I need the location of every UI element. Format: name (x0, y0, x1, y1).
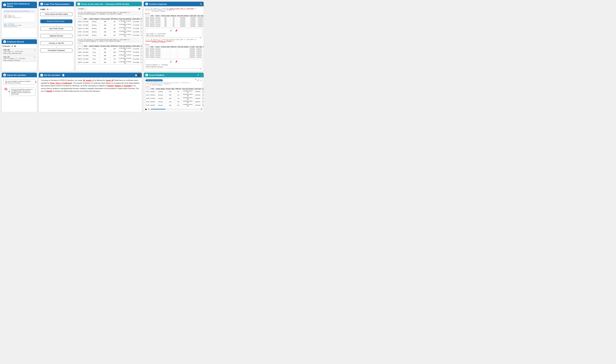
emphasis-list: Emphasis: 👁 ⚙ Cell1_Id0: Case_Type == 'C… (2, 44, 37, 64)
item-1-desc: Filter out data for Germany (3, 60, 35, 61)
flow-arrow-4: ↓ (40, 39, 72, 41)
bubble-1-text: The use of *head()* to preview our filte… (5, 81, 31, 84)
popup-2-actions: ✓ ✗ (146, 60, 201, 64)
download-button[interactable]: ⬇ (200, 108, 202, 110)
notebook-preview: File Edit View Insert Cell Kernel Help I… (3, 9, 36, 28)
hide-flow-icon[interactable]: 〜 (50, 8, 52, 11)
d-code-top: In [5]: df_results_1 = covid_df[(covid_d… (145, 8, 202, 12)
check-button-h[interactable]: ✓ (200, 79, 202, 81)
panel-c-header: c Focus on the code cell --- Germany COV… (76, 2, 142, 6)
doc-icon: 📄 (62, 74, 65, 76)
h-code: In [5]: df_results_1 = covid_df[(covid_d… (145, 82, 202, 86)
narration-link-3: *Case_Type == 'Confirmed'* (50, 82, 72, 84)
popup-1-actions: ✓ ✗ (146, 29, 201, 32)
table-row: 201923/8/2020GermanyNaN2413/24/2020 9:39… (78, 24, 142, 27)
flow-item-prep[interactable]: Presentation Preparation (40, 49, 72, 52)
bubble-1-arrow (35, 81, 37, 83)
d-code-bottom: In [5]: df_results_1 = covid_df[(covid_d… (145, 39, 202, 43)
cell2-out: Out[5]: (77, 42, 141, 45)
table-row: 201933/7/2020Germany3/23/2020Confirmed (145, 52, 204, 54)
item-0-desc: Filter out the confirmed cases (3, 52, 35, 54)
panel-h-title: Scene PlayBack (149, 74, 164, 76)
table-row: 201943/6/2020GermanyNaN1883/24/2020 9:39… (78, 30, 142, 34)
flow-item-italy[interactable]: Italy COVID-19 Data (40, 27, 72, 31)
cancel-x-1[interactable]: ✗ (175, 29, 178, 32)
flow-item-lib[interactable]: Library Imports and Data Loading (40, 12, 72, 16)
edit-icon-popup2[interactable]: ✏ (200, 68, 201, 70)
d-table-1: Date Countr... Province_State Difference… (145, 15, 204, 27)
emphasis-item-0: Cell1_Id0: Case_Type == 'Confirmed' Filt… (3, 48, 36, 55)
narration-link-1: *df_results_1* (83, 79, 94, 81)
table-row: 201953/5/2020GermanyNaN2203/24/2020...3/… (145, 25, 204, 27)
emphasis-title: Emphasis: 👁 ⚙ (3, 45, 36, 47)
confirm-check-2[interactable]: ✓ (170, 60, 172, 64)
panel-f-header: f Get the narration 📄 ▶⬛ (39, 73, 142, 78)
item-1-close[interactable]: ✗ (34, 56, 35, 58)
panel-c-body: Annotate ✏️ 👁 In [5]: df_results_1 = cov… (76, 6, 142, 66)
emphasis-popup-2: ✓ ✗ Country_Region == 'Germany' Filter o… (145, 59, 202, 69)
table-row: 201933/7/2020GermanyNaN1293/24/2020 9:39… (78, 27, 142, 30)
panel-d-body: In [5]: df_results_1 = covid_df[(covid_d… (144, 6, 204, 71)
panel-b: b Logic Flow Representation Logic: + 〜 L… (39, 1, 74, 71)
gear-icon-e[interactable]: ⚙ (14, 45, 16, 47)
import-line-1: import NotePlayer (4, 24, 35, 25)
close-button-h[interactable]: ✗ (197, 79, 199, 81)
eye-icon-e[interactable]: 👁 (12, 45, 13, 47)
panel-c-title: Focus on the code cell --- Germany COVID… (81, 3, 129, 5)
annotate-label: Annotate (78, 8, 84, 10)
panel-f-title: Get the narration (44, 74, 60, 76)
table-row: 201913/9/2020GermanyNaN1363/24/2020 9:39… (78, 20, 142, 24)
d-out-bottom: Out[5]: (145, 44, 202, 45)
panel-a: a Import into notebook as library File E… (1, 1, 37, 38)
playback-body: Filter out data for Germany 👁 ✗ ✓ In [5]… (144, 77, 204, 112)
table-row: 201923/8/2020GermanyNaN2413/24/2020...3/… (145, 19, 204, 21)
popup-1-code: Case_Type == 'Confirmed' (146, 33, 201, 35)
code-cell-2[interactable]: In [6]: df_results_2 = covid_df[(covid_d… (77, 39, 141, 65)
cancel-x-2[interactable]: ✗ (175, 60, 178, 64)
eye-icon-h[interactable]: 👁 (195, 79, 196, 81)
table-row: 289783/6/2020ItalyNaN7783/24/2020 9:39:0… (78, 57, 142, 61)
confirm-check-1[interactable]: ✓ (170, 29, 172, 32)
import-line-3: %load_ext autoreload (4, 26, 35, 27)
table-row: 201913/9/2020GermanyNaN1363/24/2020 9:39… (145, 90, 204, 93)
panel-d: d Conduct emphasis ✏️ In [5]: df_results… (144, 1, 204, 71)
panel-h-label: h (145, 74, 148, 77)
play-button[interactable]: ▶ (145, 108, 147, 110)
bubble-2: How can we verify the accuracy of our fi… (10, 88, 35, 96)
flow-arrow-5: ↓ (40, 46, 72, 48)
flow-item-plot[interactable]: Germany vs. Italy Plot (40, 41, 72, 45)
flow-item-stats[interactable]: Statistical Summary (40, 34, 72, 38)
popup-1-desc: Filter out the confirmed cases (146, 35, 201, 37)
table-row: 289763/8/2020ItalyNaN14923/24/2020 9:39:… (78, 51, 142, 54)
panel-d-title: Conduct emphasis (149, 3, 167, 5)
progress-bar[interactable] (151, 109, 200, 109)
panel-h: h Scene PlayBack ↗ ↑ Filter out data for… (144, 73, 204, 112)
table-row: 201943/6/2020Germany3/23/2020Confirmed (145, 54, 204, 56)
add-flow-icon[interactable]: + (47, 8, 49, 11)
eye-icon-c[interactable]: 👁 (138, 8, 141, 11)
emphasis-popup-1: ✓ ✗ Case_Type == 'Confirmed' Filter out … (145, 28, 202, 38)
logic-controls: Logic: + 〜 (40, 8, 72, 11)
cell1-out: Out[5]: (77, 15, 141, 17)
video-icon-f[interactable]: ▶⬛ (135, 74, 140, 77)
flow-item-germany[interactable]: Germany COVID-19 Data ↙ (40, 19, 72, 23)
panel-c: c Focus on the code cell --- Germany COV… (76, 1, 142, 71)
panel-e-label: e (3, 40, 6, 43)
table-2: Date Country_Region Province_State Diffe… (78, 45, 142, 64)
panel-e-title: Emphasis Record (7, 41, 24, 43)
pencil-icon: ✏️ (84, 8, 86, 10)
logic-body: Logic: + 〜 Library Imports and Data Load… (39, 6, 74, 54)
code-cell-1[interactable]: In [5]: df_results_1 = covid_df[(covid_d… (77, 11, 141, 38)
item-0-title: Cell1_Id0: (3, 49, 35, 51)
annotate-button[interactable]: Annotate ✏️ (77, 8, 87, 10)
item-0-close[interactable]: ✗ (34, 49, 35, 51)
panel-a-header: a Import into notebook as library (2, 2, 37, 8)
edit-icon-popup1[interactable]: ✏ (200, 37, 201, 39)
share-icon-h[interactable]: ↗ (197, 74, 199, 76)
pause-button[interactable]: ⏸ (148, 108, 150, 110)
upload-icon-h[interactable]: ↑ (201, 74, 202, 76)
panel-e: e Emphasis Record Emphasis: 👁 ⚙ Cell1_Id… (1, 39, 37, 71)
panel-e-header: e Emphasis Record (2, 39, 37, 44)
popup-2-desc: Filter out data for Germany (146, 66, 201, 68)
table-row: 289773/7/2020ItalyNaN12473/24/2020 9:39:… (78, 54, 142, 57)
